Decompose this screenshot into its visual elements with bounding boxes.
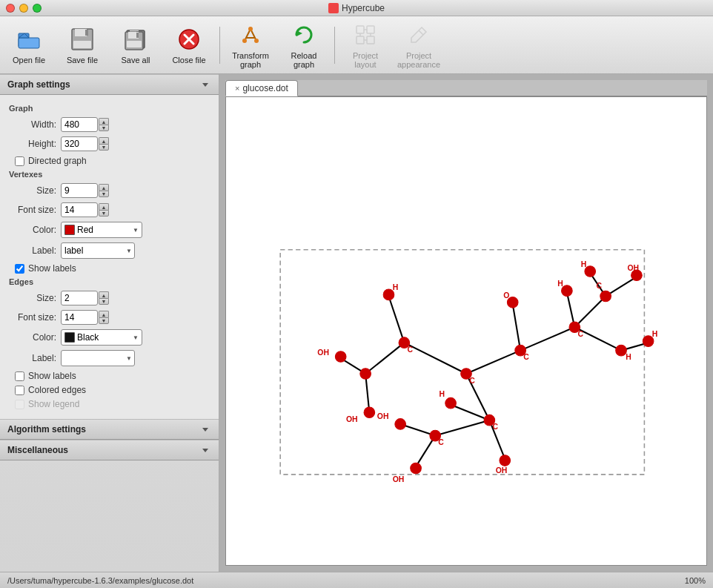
reload-icon — [291, 22, 317, 48]
svg-point-18 — [248, 27, 253, 31]
save-icon — [69, 26, 96, 53]
project-layout-button[interactable]: Project layout — [339, 19, 391, 72]
svg-text:OH: OH — [317, 348, 329, 357]
separator-1 — [219, 27, 220, 64]
edge-fontsize-up[interactable]: ▲ — [99, 311, 109, 317]
svg-text:H: H — [393, 283, 399, 291]
height-up[interactable]: ▲ — [99, 137, 109, 144]
open-icon — [16, 26, 42, 53]
save-file-button[interactable]: Save file — [56, 19, 108, 72]
svg-point-73 — [411, 463, 422, 474]
save-all-icon — [122, 26, 149, 53]
svg-rect-14 — [136, 33, 139, 38]
edge-color-arrow: ▼ — [133, 334, 139, 341]
vertex-size-up[interactable]: ▲ — [99, 184, 109, 191]
layout-icon — [352, 22, 379, 48]
window-title: Hypercube — [328, 3, 385, 13]
vertex-size-input[interactable] — [61, 183, 98, 198]
directed-graph-checkbox[interactable] — [15, 156, 24, 166]
height-down[interactable]: ▼ — [99, 144, 109, 151]
edge-size-down[interactable]: ▼ — [99, 298, 109, 305]
window-controls[interactable] — [6, 4, 42, 13]
save-all-button[interactable]: Save all — [110, 19, 162, 72]
svg-text:OH: OH — [346, 415, 358, 423]
vertex-fontsize-up[interactable]: ▲ — [99, 203, 109, 210]
edge-fontsize-spinner: ▲ ▼ — [99, 311, 109, 324]
svg-text:OH: OH — [377, 412, 389, 420]
height-input[interactable] — [61, 136, 98, 151]
svg-text:OH: OH — [627, 264, 639, 272]
minimize-button[interactable] — [19, 4, 28, 13]
glucose-tab[interactable]: × glucose.dot — [225, 80, 298, 96]
show-legend-checkbox[interactable] — [15, 400, 24, 409]
vertex-fontsize-spinner: ▲ ▼ — [99, 203, 109, 217]
close-button[interactable] — [6, 4, 15, 13]
tab-label: glucose.dot — [242, 83, 288, 93]
miscellaneous-header[interactable]: Miscellaneous — [0, 440, 219, 460]
maximize-button[interactable] — [33, 4, 42, 13]
svg-text:O: O — [503, 291, 509, 300]
vertex-color-swatch — [64, 225, 75, 235]
tab-close-icon[interactable]: × — [235, 84, 239, 93]
svg-point-71 — [395, 419, 406, 430]
edge-size-input[interactable] — [61, 291, 98, 305]
vertex-color-select[interactable]: Red ▼ — [61, 222, 142, 238]
statusbar: /Users/tuma/hypercube-1.6.3/examples/glu… — [0, 572, 713, 588]
edge-fontsize-down[interactable]: ▼ — [99, 317, 109, 324]
vertex-fontsize-down[interactable]: ▼ — [99, 210, 109, 217]
svg-rect-23 — [367, 26, 374, 33]
vertex-label-dropdown[interactable]: label — [61, 242, 135, 259]
edge-show-labels-label: Show labels — [28, 371, 76, 381]
close-file-button[interactable]: Close file — [163, 19, 215, 72]
vertex-show-labels-checkbox[interactable] — [15, 264, 24, 274]
edge-show-labels-checkbox[interactable] — [15, 371, 24, 381]
svg-marker-31 — [202, 83, 208, 87]
vertex-size-down[interactable]: ▼ — [99, 191, 109, 197]
edge-label-select[interactable] — [61, 350, 135, 366]
svg-text:C: C — [438, 438, 444, 446]
svg-text:C: C — [408, 346, 414, 354]
edge-fontsize-row: Font size: ▲ ▼ — [9, 310, 210, 325]
svg-point-69 — [364, 407, 375, 418]
vertex-fontsize-row: Font size: ▲ ▼ — [9, 202, 210, 217]
graph-settings-header[interactable]: Graph settings — [0, 74, 219, 95]
colored-edges-checkbox[interactable] — [15, 386, 24, 395]
algorithm-fold-icon — [199, 423, 211, 435]
svg-text:H: H — [581, 260, 587, 268]
status-path: /Users/tuma/hypercube-1.6.3/examples/glu… — [7, 576, 193, 585]
algorithm-settings-header[interactable]: Algorithm settings — [0, 419, 219, 440]
width-spinner: ▲ ▼ — [99, 118, 109, 131]
svg-rect-25 — [367, 36, 374, 44]
reload-graph-button[interactable]: Reload graph — [278, 19, 330, 72]
misc-fold-icon — [199, 444, 211, 456]
vertex-label-select[interactable]: label — [61, 242, 135, 259]
svg-rect-24 — [356, 36, 364, 44]
edge-size-up[interactable]: ▲ — [99, 291, 109, 298]
edge-fontsize-input[interactable] — [61, 310, 98, 325]
svg-rect-4 — [75, 29, 87, 36]
right-content: × glucose.dot — [219, 74, 713, 572]
left-panel: Graph settings Graph Width: ▲ ▼ Height: — [0, 74, 219, 572]
width-up[interactable]: ▲ — [99, 118, 109, 125]
fold-icon — [199, 79, 211, 90]
svg-text:H: H — [626, 353, 631, 361]
edge-color-swatch — [64, 332, 75, 343]
svg-text:H: H — [439, 390, 445, 398]
height-row: Height: ▲ ▼ — [9, 136, 210, 151]
vertex-fontsize-input[interactable] — [61, 202, 98, 217]
vertex-color-arrow: ▼ — [133, 227, 139, 234]
transform-graph-button[interactable]: Transform graph — [225, 19, 276, 72]
graph-canvas: C C C C C C OH OH OH OH — [225, 96, 707, 566]
vertex-size-row: Size: ▲ ▼ — [9, 183, 210, 198]
svg-rect-5 — [73, 41, 91, 48]
project-appearance-button[interactable]: Project appearance — [393, 19, 445, 72]
svg-line-30 — [419, 30, 423, 35]
width-input[interactable] — [61, 117, 98, 132]
svg-rect-6 — [85, 30, 88, 36]
show-legend-label: Show legend — [28, 399, 79, 409]
appearance-icon — [405, 22, 432, 48]
edge-label-dropdown[interactable] — [61, 350, 135, 366]
edge-color-select[interactable]: Black ▼ — [61, 329, 142, 346]
open-file-button[interactable]: Open file — [3, 19, 55, 72]
width-down[interactable]: ▼ — [99, 125, 109, 131]
